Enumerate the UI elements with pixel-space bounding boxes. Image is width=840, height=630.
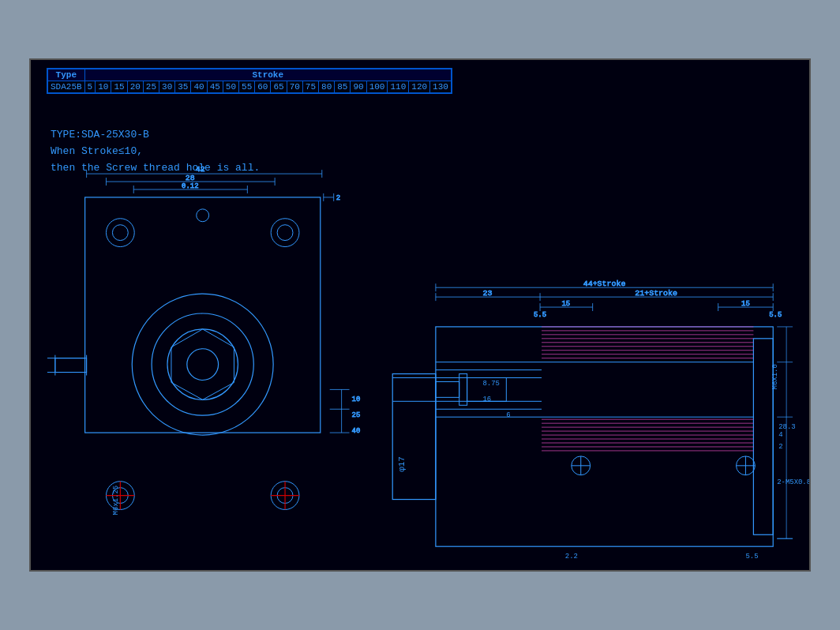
svg-rect-34 [55, 358, 87, 373]
svg-point-20 [277, 225, 293, 241]
svg-rect-95 [459, 374, 467, 406]
hatch-top [542, 327, 753, 451]
connector [436, 374, 506, 406]
phi-label: φ17 [397, 456, 407, 472]
corner-bolts [106, 219, 298, 510]
svg-text:2-M5X0.8: 2-M5X0.8 [777, 478, 809, 486]
red-crosshairs [106, 482, 298, 510]
svg-rect-68 [392, 374, 436, 500]
main-bore [132, 294, 273, 435]
technical-drawing-svg: 42 28 0.12 2 [31, 60, 809, 570]
bore-lines [392, 362, 753, 418]
svg-point-17 [106, 219, 134, 247]
svg-text:5.5: 5.5 [769, 311, 782, 319]
thread-label-left: M6x1.25 [112, 486, 120, 516]
hex-nut [171, 329, 234, 399]
svg-rect-69 [753, 339, 773, 534]
svg-point-29 [132, 294, 273, 435]
side-bolt-circles [572, 456, 756, 475]
svg-text:28: 28 [186, 174, 195, 182]
svg-text:2.2: 2.2 [565, 553, 578, 561]
side-dim-top: 44+Stroke 23 21+Stroke 15 15 5 [436, 279, 782, 319]
left-port [47, 355, 87, 376]
svg-text:4: 4 [778, 431, 782, 439]
svg-point-19 [271, 219, 299, 247]
svg-point-18 [112, 225, 128, 241]
side-body [392, 327, 773, 546]
drawing-window: Type Stroke SDA25B 510152025303540455055… [29, 58, 811, 572]
svg-marker-33 [171, 329, 234, 399]
svg-point-31 [167, 329, 238, 399]
svg-text:23: 23 [483, 289, 493, 298]
svg-text:8.75: 8.75 [483, 380, 500, 388]
right-dims: M6X1.0 2-M5X0.8 28.3 4 2 [771, 364, 809, 486]
svg-point-32 [187, 349, 219, 381]
front-body-outline [85, 197, 321, 433]
svg-rect-67 [436, 327, 773, 546]
svg-text:10: 10 [352, 396, 361, 403]
svg-text:0.12: 0.12 [182, 182, 198, 190]
svg-text:6: 6 [506, 411, 510, 419]
svg-text:25: 25 [352, 411, 361, 419]
top-port-circle [197, 209, 209, 222]
svg-text:M6X1.0: M6X1.0 [771, 364, 779, 389]
svg-text:40: 40 [352, 427, 361, 435]
svg-rect-16 [85, 197, 321, 433]
svg-text:5.5: 5.5 [745, 553, 758, 561]
front-dim-lines: 42 28 0.12 2 [87, 165, 340, 202]
svg-text:15: 15 [561, 300, 570, 308]
svg-text:16: 16 [483, 396, 492, 403]
svg-text:2: 2 [336, 194, 340, 202]
front-height-dims: 10 25 40 [330, 389, 361, 435]
bottom-dims: 2.2 5.5 [565, 553, 759, 561]
svg-text:21+Stroke: 21+Stroke [635, 289, 677, 298]
svg-text:44+Stroke: 44+Stroke [583, 279, 626, 288]
svg-text:15: 15 [741, 300, 750, 308]
svg-text:5.5: 5.5 [534, 311, 546, 319]
svg-text:42: 42 [196, 165, 205, 174]
svg-text:2: 2 [778, 443, 782, 451]
svg-text:28.3: 28.3 [778, 423, 795, 431]
svg-rect-96 [436, 381, 459, 397]
